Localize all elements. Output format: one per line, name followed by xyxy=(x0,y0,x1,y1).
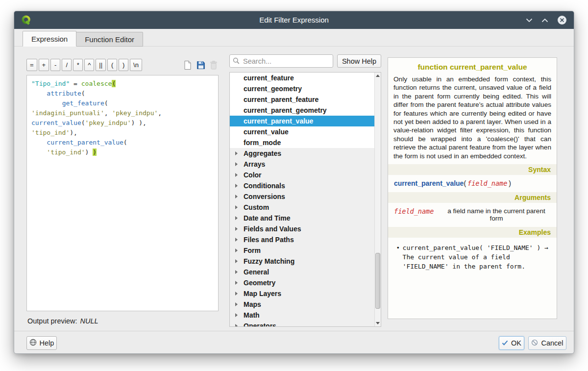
syntax-function-name: current_parent_value xyxy=(394,179,464,187)
expand-triangle-icon[interactable] xyxy=(235,151,238,155)
close-icon[interactable] xyxy=(557,15,567,25)
argument-description: a field name in the current parent form xyxy=(442,207,551,222)
operator-button[interactable]: * xyxy=(73,59,83,71)
expand-triangle-icon[interactable] xyxy=(235,281,238,285)
scrollbar-thumb[interactable] xyxy=(375,253,380,309)
code-line: 'tipo_ind') ) xyxy=(31,148,214,157)
operator-button[interactable]: ( xyxy=(107,59,117,71)
chevron-up-icon[interactable] xyxy=(541,18,548,23)
operator-button[interactable]: - xyxy=(50,59,60,71)
scroll-down-icon[interactable] xyxy=(375,320,381,326)
operator-button[interactable]: ^ xyxy=(84,59,94,71)
function-label: current_value xyxy=(244,128,289,136)
help-button-label: Help xyxy=(40,339,54,347)
function-group-row[interactable]: Operators xyxy=(230,321,374,326)
function-group-row[interactable]: Map Layers xyxy=(230,288,374,299)
ok-button-label: OK xyxy=(511,339,521,347)
example-code: current_parent_value( 'FIELD_NAME' ) xyxy=(403,244,541,251)
operator-button[interactable]: + xyxy=(39,59,49,71)
operator-button[interactable]: / xyxy=(62,59,72,71)
function-group-row[interactable]: Aggregates xyxy=(230,148,374,159)
expand-triangle-icon[interactable] xyxy=(235,302,238,306)
example-item: • current_parent_value( 'FIELD_NAME' ) →… xyxy=(397,244,551,272)
function-group-row[interactable]: Geometry xyxy=(230,277,374,288)
expand-triangle-icon[interactable] xyxy=(235,238,238,242)
operator-button[interactable]: = xyxy=(26,59,37,71)
code-line: 'tipo_ind'), xyxy=(31,128,214,138)
function-group-row[interactable]: Date and Time xyxy=(230,213,374,223)
expand-triangle-icon[interactable] xyxy=(235,313,238,317)
help-panel: function current_parent_value Only usabl… xyxy=(388,57,557,319)
function-group-row[interactable]: Maps xyxy=(230,299,374,310)
function-item-row[interactable]: current_value xyxy=(230,126,374,137)
function-list: current_featurecurrent_geometrycurrent_p… xyxy=(230,73,374,326)
expand-triangle-icon[interactable] xyxy=(235,216,238,220)
code-line: 'indagini_puntuali', 'pkey_indpu', xyxy=(31,108,214,118)
operator-button[interactable]: \n xyxy=(130,59,142,71)
operator-button[interactable]: ) xyxy=(119,59,128,71)
function-group-row[interactable]: Form xyxy=(230,245,374,256)
help-button[interactable]: Help xyxy=(26,336,57,350)
function-label: Fuzzy Matching xyxy=(244,257,294,265)
function-item-row[interactable]: current_geometry xyxy=(230,83,374,94)
function-group-row[interactable]: General xyxy=(230,267,374,277)
save-expression-icon[interactable] xyxy=(195,59,207,71)
expand-triangle-icon[interactable] xyxy=(235,270,238,274)
function-item-row[interactable]: current_parent_feature xyxy=(230,94,374,105)
expression-code: "Tipo_ind" = coalesce( attribute( get_fe… xyxy=(31,79,214,157)
function-label: Arrays xyxy=(244,160,265,168)
argument-row: field_name a field name in the current p… xyxy=(394,207,551,222)
circle-slash-icon xyxy=(531,339,538,347)
function-item-row[interactable]: current_parent_value xyxy=(230,116,374,126)
function-label: Conversions xyxy=(244,193,285,200)
expand-triangle-icon[interactable] xyxy=(235,259,238,263)
scroll-up-icon[interactable] xyxy=(375,73,381,79)
show-help-button[interactable]: Show Help xyxy=(337,54,381,68)
expand-triangle-icon[interactable] xyxy=(235,184,238,188)
code-line: get_feature( xyxy=(31,99,214,108)
expression-editor[interactable]: "Tipo_ind" = coalesce( attribute( get_fe… xyxy=(26,75,219,311)
function-label: current_parent_geometry xyxy=(244,106,327,114)
expand-triangle-icon[interactable] xyxy=(235,324,238,326)
edit-filter-expression-dialog: Edit Filter Expression Expression Functi… xyxy=(14,11,574,354)
tab-expression[interactable]: Expression xyxy=(23,31,76,47)
function-label: Files and Paths xyxy=(244,236,294,244)
function-group-row[interactable]: Fuzzy Matching xyxy=(230,256,374,267)
function-list-scrollbar[interactable] xyxy=(374,73,381,326)
tab-function-editor[interactable]: Function Editor xyxy=(76,32,143,47)
syntax-argument: field_name xyxy=(467,179,507,187)
titlebar[interactable]: Edit Filter Expression xyxy=(14,11,574,29)
help-globe-icon xyxy=(29,339,37,347)
function-label: Map Layers xyxy=(244,290,281,297)
function-label: Date and Time xyxy=(244,214,290,222)
function-label: Fields and Values xyxy=(244,225,301,233)
qgis-logo-icon xyxy=(21,15,32,25)
function-group-row[interactable]: Color xyxy=(230,170,374,180)
search-input[interactable] xyxy=(229,54,333,68)
expand-triangle-icon[interactable] xyxy=(235,162,238,166)
operator-button[interactable]: || xyxy=(96,59,106,71)
function-group-row[interactable]: Arrays xyxy=(230,159,374,170)
expand-triangle-icon[interactable] xyxy=(235,292,238,296)
function-group-row[interactable]: Custom xyxy=(230,202,374,213)
function-item-row[interactable]: current_feature xyxy=(230,73,374,83)
function-label: current_geometry xyxy=(244,85,302,93)
function-group-row[interactable]: Conditionals xyxy=(230,180,374,191)
function-group-row[interactable]: Fields and Values xyxy=(230,223,374,234)
expand-triangle-icon[interactable] xyxy=(235,227,238,231)
function-group-row[interactable]: Math xyxy=(230,310,374,321)
function-item-row[interactable]: current_parent_geometry xyxy=(230,105,374,116)
ok-button[interactable]: OK xyxy=(499,336,524,350)
delete-expression-icon[interactable] xyxy=(208,59,220,71)
expand-triangle-icon[interactable] xyxy=(235,248,238,252)
new-expression-icon[interactable] xyxy=(182,59,194,71)
function-item-row[interactable]: form_mode xyxy=(230,137,374,148)
chevron-down-icon[interactable] xyxy=(526,18,533,23)
expand-triangle-icon[interactable] xyxy=(235,205,238,209)
cancel-button[interactable]: Cancel xyxy=(528,336,566,350)
function-group-row[interactable]: Conversions xyxy=(230,191,374,202)
function-group-row[interactable]: Files and Paths xyxy=(230,234,374,245)
expand-triangle-icon[interactable] xyxy=(235,173,238,177)
expand-triangle-icon[interactable] xyxy=(235,195,238,198)
example-description: The current value of a field 'FIELD_NAME… xyxy=(403,253,525,270)
